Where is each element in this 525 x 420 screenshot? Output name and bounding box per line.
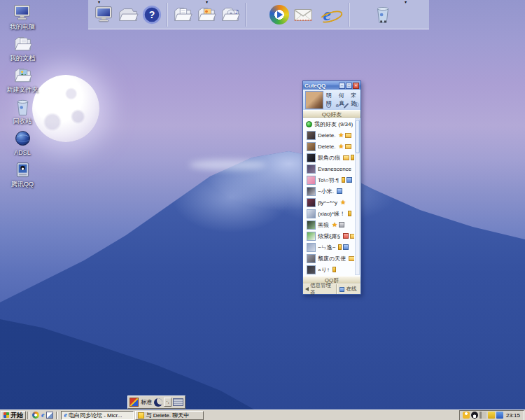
close-button[interactable]: × bbox=[353, 83, 359, 89]
search-icon[interactable] bbox=[326, 103, 331, 108]
toolbar-divider bbox=[245, 3, 246, 27]
gray-badge-icon bbox=[339, 222, 344, 227]
task-button-forum[interactable]: e 电白同乡论坛 - Micr... bbox=[61, 411, 134, 420]
header-link[interactable]: 宋扬 bbox=[351, 92, 360, 101]
new-folder-icon bbox=[13, 66, 33, 86]
friend-badges bbox=[342, 155, 354, 160]
friend-avatar bbox=[307, 254, 316, 263]
friend-row[interactable]: (xiao)*缘！ bbox=[304, 208, 354, 219]
yellow-badge-icon bbox=[351, 155, 354, 160]
qq-titlebar[interactable]: CuteQQ – □ × bbox=[303, 81, 360, 90]
media-player-icon[interactable] bbox=[32, 412, 39, 419]
blue-badge-icon bbox=[343, 244, 349, 250]
star-badge-icon: ★ bbox=[338, 132, 344, 139]
message-manager-button[interactable]: 信息管理器 bbox=[303, 284, 337, 294]
maximize-button[interactable]: □ bbox=[346, 83, 352, 89]
toolbar-documents-button[interactable] bbox=[172, 3, 194, 27]
fullwidth-moon-icon[interactable] bbox=[154, 398, 162, 407]
scrollbar-thumb[interactable] bbox=[356, 120, 360, 153]
internet-explorer-icon[interactable]: e bbox=[41, 412, 44, 419]
toolbar-music-button[interactable]: ♪ bbox=[219, 3, 241, 27]
qq-header-toolbar: « ① bbox=[326, 101, 360, 110]
friend-row[interactable]: ×り↑ bbox=[304, 264, 354, 275]
start-button[interactable]: 开始 bbox=[1, 411, 26, 420]
friend-avatar bbox=[307, 232, 316, 241]
ime-logo-icon[interactable] bbox=[130, 398, 139, 407]
star-badge-icon: ★ bbox=[340, 200, 346, 206]
online-status-button[interactable]: 在线 bbox=[337, 284, 360, 294]
tab-qq-friends[interactable]: QQ好友 bbox=[303, 110, 360, 118]
lock-icon[interactable] bbox=[488, 412, 495, 419]
toolbar-pictures-button[interactable] bbox=[195, 3, 218, 27]
toolbar-internet-explorer-button[interactable]: e bbox=[316, 3, 338, 27]
friend-row[interactable]: ~ㄣ逸~ bbox=[304, 241, 354, 253]
quick-launch: e bbox=[31, 412, 55, 419]
friend-badges: ★ bbox=[337, 132, 351, 139]
friend-row[interactable]: βy^~*^y ★ bbox=[304, 197, 354, 208]
mail-badge-icon bbox=[349, 256, 354, 261]
media-player-icon bbox=[270, 5, 289, 24]
friend-row[interactable]: 黑狼 ★ bbox=[304, 219, 354, 230]
friend-avatar bbox=[307, 131, 316, 140]
desktop-icon-label: 新建文件夹 bbox=[1, 86, 43, 93]
desktop-icon-my-documents[interactable]: 我的文档 bbox=[1, 34, 43, 66]
punctuation-toggle[interactable]: ·, bbox=[164, 398, 172, 407]
scrollbar[interactable] bbox=[355, 118, 360, 275]
qq-penguin-icon[interactable] bbox=[471, 412, 478, 419]
desktop-icon-new-folder[interactable]: 新建文件夹 bbox=[1, 66, 43, 97]
qq-window: CuteQQ – □ × 明明何真宋扬 « ① QQ好友 我的好友 (9/34) bbox=[302, 80, 361, 295]
internet-explorer-icon: e bbox=[323, 6, 331, 24]
qq-doctor-icon[interactable] bbox=[463, 412, 470, 419]
yellow-badge-icon bbox=[348, 211, 351, 216]
mail-icon bbox=[293, 4, 314, 25]
desktop-toolbar: ▾ ▾ ▾ ? bbox=[88, 0, 429, 29]
friend-row[interactable]: ~小米. bbox=[304, 186, 354, 197]
collapse-icon[interactable]: « bbox=[335, 104, 340, 107]
taskbar-clock[interactable]: 23:15 bbox=[505, 412, 522, 419]
friend-row[interactable]: Evanescence bbox=[304, 163, 354, 174]
friend-row[interactable]: To\○羽:¶ bbox=[304, 174, 354, 186]
task-button-qq-chat[interactable]: 与 Delete. 聊天中 bbox=[135, 411, 204, 420]
friend-name: 炫紫ξ露§ bbox=[318, 232, 340, 240]
windows-flag-icon bbox=[4, 412, 9, 418]
toolbar-briefcase-button[interactable] bbox=[117, 3, 139, 27]
keyboard-icon[interactable] bbox=[173, 398, 183, 406]
taskbar: 开始 e e 电白同乡论坛 - Micr... 与 Delete. 聊天中 23… bbox=[0, 410, 525, 420]
toolbar-my-computer-button[interactable] bbox=[93, 3, 115, 27]
tools-icon[interactable] bbox=[344, 103, 349, 108]
desktop-icon-recycle-bin[interactable]: 回收站 bbox=[1, 97, 43, 129]
friend-row[interactable]: 眼角の痕 bbox=[304, 152, 354, 163]
friend-row[interactable]: 炫紫ξ露§ bbox=[304, 230, 354, 241]
my-computer-icon bbox=[94, 4, 115, 25]
friend-group-header[interactable]: 我的好友 (9/34) bbox=[304, 119, 354, 130]
desktop-icon-label: 回收站 bbox=[1, 118, 43, 125]
toolbar-help-button[interactable]: ? bbox=[141, 3, 163, 27]
minimize-button[interactable]: – bbox=[339, 83, 345, 89]
cloud bbox=[189, 160, 266, 170]
header-link[interactable]: 明明 bbox=[326, 92, 336, 101]
header-link[interactable]: 何真 bbox=[339, 92, 349, 101]
desktop-icon-tencent-qq[interactable]: 腾讯QQ bbox=[1, 160, 43, 192]
friend-avatar bbox=[307, 142, 316, 151]
toolbar-media-player-button[interactable] bbox=[268, 3, 290, 27]
info-icon[interactable]: ① bbox=[354, 102, 359, 108]
input-method-icon[interactable] bbox=[496, 412, 503, 419]
my-computer-icon bbox=[13, 3, 33, 23]
friend-avatar bbox=[307, 265, 316, 274]
user-avatar[interactable] bbox=[305, 91, 323, 109]
desktop-icon-adsl[interactable]: ADSL bbox=[1, 129, 43, 160]
toolbar-recycle-bin-button[interactable] bbox=[372, 3, 394, 27]
desktop-icon-my-computer[interactable]: 我的电脑 bbox=[1, 3, 43, 34]
volume-icon[interactable] bbox=[479, 412, 486, 419]
friend-name: βy^~*^y bbox=[318, 200, 337, 206]
friend-name: (xiao)*缘！ bbox=[318, 210, 345, 218]
toolbar-mail-button[interactable] bbox=[292, 3, 314, 27]
friend-row[interactable]: Delete. ★ bbox=[304, 130, 354, 141]
friend-row[interactable]: Delete. ★ bbox=[304, 141, 354, 152]
qq-header: 明明何真宋扬 « ① bbox=[303, 90, 360, 110]
mail-badge-icon bbox=[345, 144, 351, 149]
ime-mode-label[interactable]: 标准 bbox=[140, 398, 153, 406]
show-desktop-icon[interactable] bbox=[46, 412, 53, 419]
qq-statusbar: 信息管理器 在线 bbox=[303, 284, 360, 294]
friend-row[interactable]: 颓废の天使 bbox=[304, 253, 354, 264]
